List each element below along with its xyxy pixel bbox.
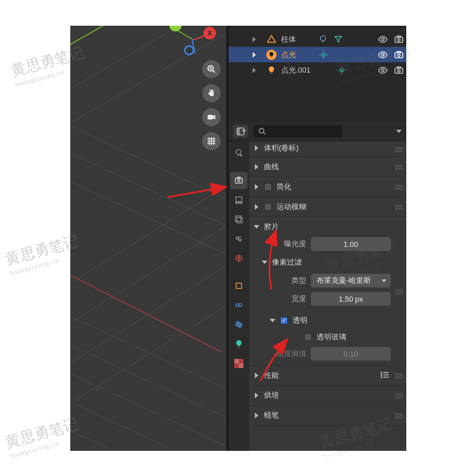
grip-icon[interactable] — [395, 184, 403, 190]
svg-point-22 — [382, 53, 385, 56]
tab-viewlayer[interactable] — [230, 211, 247, 228]
camera-view-button[interactable] — [202, 108, 221, 126]
svg-rect-42 — [236, 197, 242, 202]
panel-title: 胶片 — [264, 222, 279, 232]
svg-rect-63 — [383, 377, 389, 378]
camera-icon[interactable] — [394, 65, 404, 75]
checkbox[interactable] — [264, 183, 272, 191]
tab-output[interactable] — [230, 191, 247, 209]
outliner-row[interactable]: 点光 — [229, 47, 406, 62]
panel-title: 体积(卷标) — [264, 143, 299, 153]
svg-rect-57 — [239, 363, 243, 368]
pan-button[interactable] — [202, 84, 221, 102]
panel-header[interactable]: 胶片 — [254, 220, 402, 234]
subpanel-transparent[interactable]: 透明 — [270, 314, 402, 327]
panel-title: 像素过滤 — [272, 257, 302, 267]
expand-icon[interactable] — [253, 37, 256, 42]
svg-point-26 — [340, 69, 343, 71]
filter-width-value[interactable]: 1.50 px — [311, 292, 391, 306]
light-data-icon[interactable] — [319, 50, 328, 59]
svg-point-37 — [259, 129, 264, 133]
subpanel-pixel-filter[interactable]: 像素过滤 — [262, 255, 402, 269]
options-dropdown[interactable] — [389, 125, 402, 138]
expand-icon[interactable] — [253, 52, 256, 58]
camera-icon[interactable] — [394, 50, 404, 60]
filter-type-dropdown[interactable]: 布莱克曼-哈里斯 — [311, 274, 391, 287]
filter-icon[interactable] — [334, 35, 343, 44]
list-icon[interactable] — [380, 371, 389, 380]
grip-icon[interactable] — [395, 373, 403, 378]
grip-icon[interactable] — [395, 164, 403, 170]
panel-volumetrics[interactable]: 体积(卷标) — [249, 141, 406, 157]
exposure-value[interactable]: 1.00 — [311, 237, 391, 251]
tab-texture[interactable] — [230, 355, 247, 372]
editor-type-dropdown[interactable] — [233, 125, 248, 138]
tab-physics[interactable] — [230, 316, 247, 333]
grip-icon[interactable] — [395, 393, 403, 398]
svg-rect-44 — [235, 216, 241, 221]
svg-marker-5 — [213, 115, 215, 119]
gizmo-y[interactable] — [169, 26, 182, 31]
zoom-button[interactable] — [202, 60, 221, 78]
svg-line-38 — [263, 133, 265, 134]
camera-icon[interactable] — [394, 34, 404, 45]
panel-title: 简化 — [277, 182, 291, 192]
properties-panel: 体积(卷标) 曲线 简化 运动模糊 胶片 曝光度 1.00 — [228, 122, 406, 451]
svg-rect-34 — [397, 67, 401, 68]
modifier-icon[interactable] — [319, 35, 328, 44]
panel-simplify[interactable]: 简化 — [249, 177, 406, 197]
svg-rect-43 — [236, 202, 242, 203]
svg-point-47 — [239, 239, 241, 241]
tab-scene[interactable] — [230, 230, 247, 247]
grip-icon[interactable] — [395, 204, 403, 210]
eye-icon[interactable] — [378, 50, 388, 60]
light-data-icon[interactable] — [337, 66, 346, 75]
panel-title: 蜡笔 — [264, 410, 279, 421]
tab-render[interactable] — [230, 172, 247, 189]
transparent-checkbox[interactable] — [280, 317, 288, 325]
grip-icon[interactable] — [395, 413, 403, 418]
gizmo-z-neg[interactable] — [184, 45, 194, 55]
panel-title: 透明 — [293, 315, 307, 326]
filter-width-label: 宽度 — [266, 294, 306, 304]
outliner-panel: 柱体 点光 — [228, 26, 406, 122]
transparent-glass-checkbox[interactable] — [304, 333, 312, 341]
outliner-row[interactable]: 点光.001 — [229, 62, 406, 78]
tab-world[interactable] — [230, 250, 247, 267]
tab-constraints[interactable] — [230, 297, 247, 314]
viewport-3d[interactable]: X — [70, 26, 226, 451]
checkbox[interactable] — [264, 203, 272, 211]
panel-curves[interactable]: 曲线 — [249, 157, 406, 177]
panel-title: 性能 — [264, 370, 279, 381]
panel-performance[interactable]: 性能 — [249, 366, 406, 386]
object-name: 点光 — [281, 50, 296, 60]
mesh-icon — [266, 34, 277, 45]
perspective-toggle-button[interactable] — [202, 132, 221, 150]
svg-rect-14 — [395, 37, 403, 42]
roughness-threshold-value[interactable]: 0.10 — [311, 347, 391, 361]
svg-point-15 — [398, 38, 401, 41]
grip-icon[interactable] — [395, 289, 403, 294]
panel-bake[interactable]: 烘培 — [249, 386, 406, 406]
svg-rect-59 — [383, 372, 389, 373]
svg-point-60 — [381, 374, 382, 375]
svg-rect-56 — [234, 359, 239, 363]
properties-search[interactable] — [254, 125, 342, 138]
tab-tool[interactable] — [230, 145, 247, 162]
eye-icon[interactable] — [378, 65, 388, 75]
panel-title: 烘培 — [264, 390, 279, 401]
gizmo-x[interactable]: X — [203, 27, 216, 39]
svg-point-41 — [238, 179, 240, 182]
svg-point-62 — [381, 376, 382, 378]
eye-icon[interactable] — [378, 34, 388, 45]
grip-icon[interactable] — [395, 146, 403, 152]
object-name: 柱体 — [281, 34, 296, 45]
expand-icon[interactable] — [253, 67, 256, 73]
panel-motion-blur[interactable]: 运动模糊 — [249, 197, 406, 217]
tab-object[interactable] — [230, 277, 247, 294]
watermark: 黄思勇笔记 — [3, 231, 81, 269]
panel-film: 胶片 曝光度 1.00 像素过滤 类型 布莱克曼-哈里斯 宽度 — [249, 217, 406, 366]
outliner-row[interactable]: 柱体 — [229, 31, 406, 47]
panel-grease-pencil[interactable]: 蜡笔 — [249, 406, 406, 426]
tab-objectdata[interactable] — [230, 335, 247, 353]
